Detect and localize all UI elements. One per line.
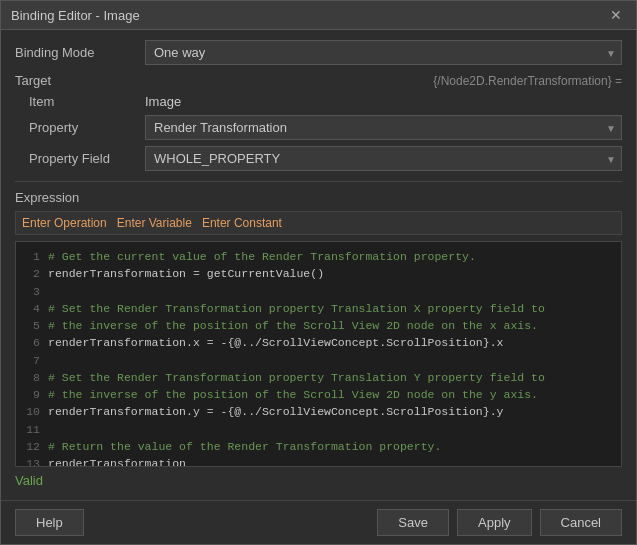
line-number: 9 <box>24 386 40 403</box>
property-field-select-wrapper: WHOLE_PROPERTY X Y Z ▼ <box>145 146 622 171</box>
valid-status: Valid <box>15 471 622 490</box>
property-row: Property Render Transformation Position … <box>15 115 622 140</box>
footer-right: Save Apply Cancel <box>377 509 622 536</box>
code-line: 2renderTransformation = getCurrentValue(… <box>24 265 613 282</box>
property-select[interactable]: Render Transformation Position Scale Rot… <box>145 115 622 140</box>
line-content: # Set the Render Transformation property… <box>48 369 545 386</box>
close-button[interactable]: ✕ <box>606 7 626 23</box>
line-content: # Get the current value of the Render Tr… <box>48 248 476 265</box>
line-content: # Return the value of the Render Transfo… <box>48 438 441 455</box>
binding-mode-label: Binding Mode <box>15 45 145 60</box>
line-number: 10 <box>24 403 40 420</box>
code-area[interactable]: 1# Get the current value of the Render T… <box>15 241 622 467</box>
code-line: 13renderTransformation <box>24 455 613 467</box>
code-line: 10renderTransformation.y = -{@../ScrollV… <box>24 403 613 420</box>
item-row: Item Image <box>15 94 622 109</box>
line-content: renderTransformation.x = -{@../ScrollVie… <box>48 334 503 351</box>
line-content: # the inverse of the position of the Scr… <box>48 317 538 334</box>
enter-variable-button[interactable]: Enter Variable <box>117 216 192 230</box>
footer: Help Save Apply Cancel <box>1 500 636 544</box>
code-line: 1# Get the current value of the Render T… <box>24 248 613 265</box>
item-label: Item <box>29 94 145 109</box>
code-line: 3 <box>24 283 613 300</box>
save-button[interactable]: Save <box>377 509 449 536</box>
code-line: 12# Return the value of the Render Trans… <box>24 438 613 455</box>
line-content: # the inverse of the position of the Scr… <box>48 386 538 403</box>
target-path: {/Node2D.RenderTransformation} = <box>145 74 622 88</box>
line-number: 8 <box>24 369 40 386</box>
line-number: 5 <box>24 317 40 334</box>
help-button[interactable]: Help <box>15 509 84 536</box>
expression-toolbar: Enter Operation Enter Variable Enter Con… <box>15 211 622 235</box>
property-field-row: Property Field WHOLE_PROPERTY X Y Z ▼ <box>15 146 622 171</box>
item-value: Image <box>145 94 181 109</box>
code-line: 4# Set the Render Transformation propert… <box>24 300 613 317</box>
line-number: 7 <box>24 352 40 369</box>
target-row: Target {/Node2D.RenderTransformation} = <box>15 73 622 88</box>
target-label: Target <box>15 73 145 88</box>
enter-operation-button[interactable]: Enter Operation <box>22 216 107 230</box>
line-number: 6 <box>24 334 40 351</box>
code-line: 8# Set the Render Transformation propert… <box>24 369 613 386</box>
binding-mode-row: Binding Mode One way Two way One way to … <box>15 40 622 65</box>
code-line: 5# the inverse of the position of the Sc… <box>24 317 613 334</box>
code-line: 6renderTransformation.x = -{@../ScrollVi… <box>24 334 613 351</box>
enter-constant-button[interactable]: Enter Constant <box>202 216 282 230</box>
line-number: 13 <box>24 455 40 467</box>
property-label: Property <box>29 120 145 135</box>
line-number: 1 <box>24 248 40 265</box>
line-number: 3 <box>24 283 40 300</box>
code-line: 11 <box>24 421 613 438</box>
title-bar: Binding Editor - Image ✕ <box>1 1 636 30</box>
line-number: 2 <box>24 265 40 282</box>
content-area: Binding Mode One way Two way One way to … <box>1 30 636 500</box>
expression-section: Expression Enter Operation Enter Variabl… <box>15 190 622 490</box>
dialog-title: Binding Editor - Image <box>11 8 140 23</box>
property-select-wrapper: Render Transformation Position Scale Rot… <box>145 115 622 140</box>
dialog: Binding Editor - Image ✕ Binding Mode On… <box>0 0 637 545</box>
property-field-label: Property Field <box>29 151 145 166</box>
line-number: 11 <box>24 421 40 438</box>
apply-button[interactable]: Apply <box>457 509 532 536</box>
binding-mode-select-wrapper: One way Two way One way to source ▼ <box>145 40 622 65</box>
line-number: 12 <box>24 438 40 455</box>
line-content: # Set the Render Transformation property… <box>48 300 545 317</box>
code-line: 7 <box>24 352 613 369</box>
divider <box>15 181 622 182</box>
line-number: 4 <box>24 300 40 317</box>
cancel-button[interactable]: Cancel <box>540 509 622 536</box>
line-content: renderTransformation = getCurrentValue() <box>48 265 324 282</box>
binding-mode-select[interactable]: One way Two way One way to source <box>145 40 622 65</box>
code-line: 9# the inverse of the position of the Sc… <box>24 386 613 403</box>
line-content: renderTransformation <box>48 455 186 467</box>
expression-label: Expression <box>15 190 622 205</box>
property-field-select[interactable]: WHOLE_PROPERTY X Y Z <box>145 146 622 171</box>
line-content: renderTransformation.y = -{@../ScrollVie… <box>48 403 503 420</box>
